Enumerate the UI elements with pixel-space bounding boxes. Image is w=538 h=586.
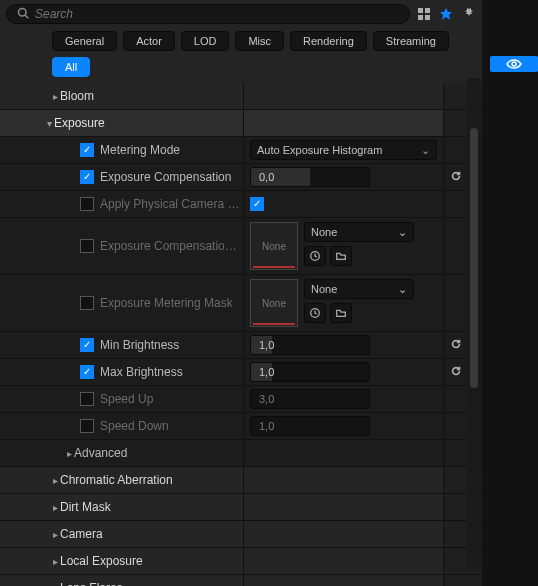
reset-min-brightness[interactable] (450, 338, 462, 353)
override-max-brightness[interactable] (80, 365, 94, 379)
label-metering-mode: Metering Mode (100, 143, 180, 157)
filter-rendering[interactable]: Rendering (290, 31, 367, 51)
gear-icon[interactable] (460, 6, 476, 22)
section-dirt-mask[interactable]: Dirt Mask (60, 500, 111, 514)
use-selected-asset-icon[interactable] (304, 303, 326, 323)
label-exposure-metering-mask: Exposure Metering Mask (100, 296, 233, 310)
input-max-brightness[interactable]: 1,0 (250, 362, 370, 382)
override-apply-physical-camera[interactable] (80, 197, 94, 211)
filter-all[interactable]: All (52, 57, 90, 77)
browse-asset-icon[interactable] (330, 303, 352, 323)
use-selected-asset-icon[interactable] (304, 246, 326, 266)
chevron-down-icon: ⌄ (398, 283, 407, 296)
asset-combo-exposure-curve[interactable]: None ⌄ (304, 222, 414, 242)
override-exposure-metering-mask[interactable] (80, 296, 94, 310)
expander-local-exposure[interactable] (50, 554, 60, 568)
search-icon (17, 7, 29, 22)
section-lens-flares[interactable]: Lens Flares (60, 581, 123, 586)
label-apply-physical-camera: Apply Physical Camera Ex… (100, 197, 243, 211)
grid-view-icon[interactable] (416, 6, 432, 22)
browse-asset-icon[interactable] (330, 246, 352, 266)
asset-thumb-exposure-curve[interactable]: None (250, 222, 298, 270)
reset-max-brightness[interactable] (450, 365, 462, 380)
filter-chips: General Actor LOD Misc Rendering Streami… (0, 27, 482, 83)
filter-misc[interactable]: Misc (235, 31, 284, 51)
section-exposure[interactable]: Exposure (54, 116, 105, 130)
scrollbar-track[interactable] (467, 78, 481, 568)
svg-marker-6 (440, 8, 452, 20)
filter-lod[interactable]: LOD (181, 31, 230, 51)
section-advanced[interactable]: Advanced (74, 446, 127, 460)
label-exposure-compensation: Exposure Compensation (100, 170, 231, 184)
override-speed-up[interactable] (80, 392, 94, 406)
label-speed-down: Speed Down (100, 419, 169, 433)
section-bloom[interactable]: Bloom (60, 89, 94, 103)
svg-point-0 (19, 8, 27, 16)
expander-bloom[interactable] (50, 89, 60, 103)
override-exposure-compensation-curve[interactable] (80, 239, 94, 253)
override-speed-down[interactable] (80, 419, 94, 433)
svg-rect-3 (425, 8, 430, 13)
filter-general[interactable]: General (52, 31, 117, 51)
section-camera[interactable]: Camera (60, 527, 103, 541)
section-local-exposure[interactable]: Local Exposure (60, 554, 143, 568)
label-speed-up: Speed Up (100, 392, 153, 406)
svg-line-1 (25, 15, 28, 18)
label-exposure-compensation-curve: Exposure Compensation C… (100, 239, 243, 253)
override-exposure-compensation[interactable] (80, 170, 94, 184)
reset-exposure-compensation[interactable] (450, 170, 462, 185)
value-apply-physical-camera[interactable] (250, 197, 264, 211)
input-speed-up[interactable]: 3,0 (250, 389, 370, 409)
override-metering-mode[interactable] (80, 143, 94, 157)
search-input-wrap[interactable] (6, 4, 410, 24)
input-speed-down[interactable]: 1,0 (250, 416, 370, 436)
expander-camera[interactable] (50, 527, 60, 541)
label-max-brightness: Max Brightness (100, 365, 183, 379)
override-min-brightness[interactable] (80, 338, 94, 352)
expander-dirt-mask[interactable] (50, 500, 60, 514)
expander-lens-flares[interactable] (50, 581, 60, 586)
input-exposure-compensation[interactable]: 0,0 (250, 167, 370, 187)
svg-rect-4 (418, 15, 423, 20)
combo-metering-mode[interactable]: Auto Exposure Histogram ⌄ (250, 140, 437, 160)
asset-thumb-metering-mask[interactable]: None (250, 279, 298, 327)
section-chromatic-aberration[interactable]: Chromatic Aberration (60, 473, 173, 487)
label-min-brightness: Min Brightness (100, 338, 179, 352)
expander-advanced[interactable] (64, 446, 74, 460)
expander-exposure[interactable] (44, 116, 54, 130)
scrollbar-thumb[interactable] (470, 128, 478, 388)
property-list[interactable]: Bloom Exposure Metering Mode Auto Exposu… (0, 83, 482, 586)
chevron-down-icon: ⌄ (421, 144, 430, 157)
svg-rect-2 (418, 8, 423, 13)
search-input[interactable] (35, 7, 399, 21)
svg-point-10 (512, 62, 516, 66)
favorites-icon[interactable] (438, 6, 454, 22)
expander-chromatic-aberration[interactable] (50, 473, 60, 487)
chevron-down-icon: ⌄ (398, 226, 407, 239)
filter-streaming[interactable]: Streaming (373, 31, 449, 51)
svg-rect-5 (425, 15, 430, 20)
input-min-brightness[interactable]: 1,0 (250, 335, 370, 355)
filter-actor[interactable]: Actor (123, 31, 175, 51)
visibility-toggle[interactable] (490, 56, 538, 72)
asset-combo-metering-mask[interactable]: None ⌄ (304, 279, 414, 299)
